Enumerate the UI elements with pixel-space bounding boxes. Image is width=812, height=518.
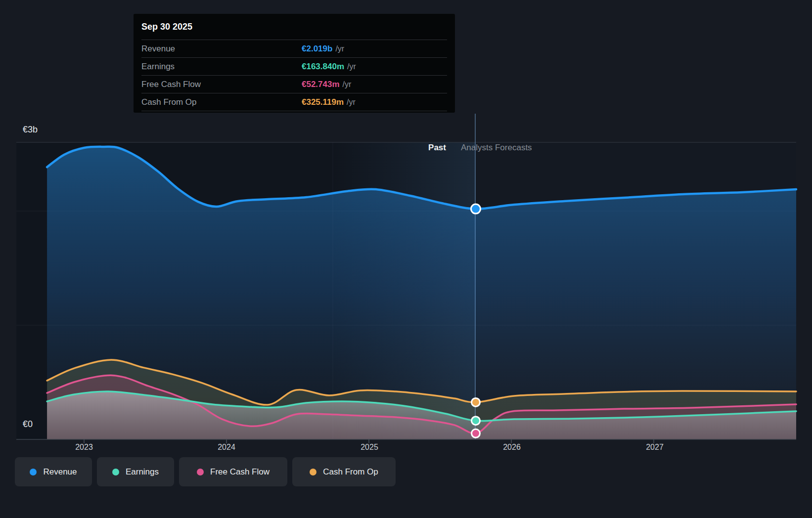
revenue-legend-dot-icon <box>30 469 37 475</box>
tooltip-unit: /yr <box>343 80 352 89</box>
tooltip-label: Free Cash Flow <box>141 80 302 89</box>
tooltip-row-free-cash-flow: Free Cash Flow €52.743m /yr <box>141 75 447 93</box>
earnings-legend-dot-icon <box>112 469 119 475</box>
data-tooltip: Sep 30 2025 Revenue €2.019b /yr Earnings… <box>134 14 455 113</box>
legend-label: Cash From Op <box>323 467 378 477</box>
tooltip-unit: /yr <box>347 98 356 107</box>
legend-item-earnings[interactable]: Earnings <box>97 457 174 486</box>
tooltip-label: Cash From Op <box>141 97 302 107</box>
x-axis-label-2026: 2026 <box>490 443 534 452</box>
x-axis-label-2024: 2024 <box>204 443 249 452</box>
free-cash-flow-marker[interactable] <box>472 429 480 437</box>
tooltip-divider <box>141 111 447 111</box>
legend-label: Free Cash Flow <box>210 467 270 477</box>
cash-from-op-marker[interactable] <box>472 398 480 406</box>
revenue-marker[interactable] <box>471 204 481 214</box>
tooltip-value: €325.119m <box>302 97 344 107</box>
tooltip-value: €163.840m <box>302 62 344 72</box>
past-label: Past <box>410 142 446 154</box>
legend-item-revenue[interactable]: Revenue <box>15 457 92 486</box>
earnings-marker[interactable] <box>472 417 480 425</box>
analysts-forecasts-label: Analysts Forecasts <box>461 142 532 154</box>
tooltip-row-revenue: Revenue €2.019b /yr <box>141 40 447 57</box>
x-axis-label-2023: 2023 <box>62 443 106 452</box>
x-axis-label-2027: 2027 <box>632 443 677 452</box>
y-axis-label-top: €3b <box>23 125 38 135</box>
legend-item-free-cash-flow[interactable]: Free Cash Flow <box>179 457 287 486</box>
legend-label: Earnings <box>126 467 159 477</box>
tooltip-label: Revenue <box>141 44 302 54</box>
legend-item-cash-from-op[interactable]: Cash From Op <box>292 457 396 486</box>
chart-page: €3b €0 2023 2024 2025 2026 2027 Past Ana… <box>0 0 812 518</box>
cash-from-op-legend-dot-icon <box>310 469 316 475</box>
free-cash-flow-legend-dot-icon <box>197 469 204 475</box>
tooltip-row-cash-from-op: Cash From Op €325.119m /yr <box>141 93 447 111</box>
tooltip-date: Sep 30 2025 <box>134 14 455 40</box>
y-axis-label-zero: €0 <box>23 419 33 430</box>
x-axis-label-2025: 2025 <box>347 443 392 452</box>
tooltip-value: €52.743m <box>302 80 340 89</box>
tooltip-label: Earnings <box>141 62 302 72</box>
tooltip-value: €2.019b <box>302 44 332 54</box>
tooltip-unit: /yr <box>335 44 344 53</box>
tooltip-row-earnings: Earnings €163.840m /yr <box>141 57 447 75</box>
tooltip-unit: /yr <box>347 62 356 71</box>
legend-label: Revenue <box>43 467 77 477</box>
